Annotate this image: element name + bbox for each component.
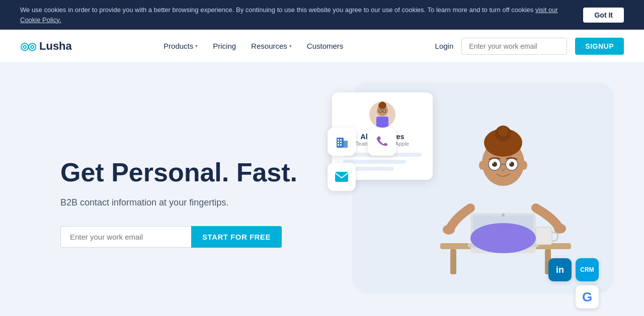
building-icon-float (328, 128, 356, 156)
integration-row-2: G (576, 285, 599, 308)
svg-point-27 (443, 225, 455, 235)
svg-rect-3 (376, 117, 388, 128)
email-icon-float (328, 163, 356, 191)
nav-products[interactable]: Products ▾ (164, 42, 198, 50)
svg-point-2 (380, 101, 385, 107)
svg-point-41 (492, 162, 494, 164)
signup-button[interactable]: SIGNUP (575, 38, 624, 55)
svg-rect-15 (335, 172, 348, 182)
svg-point-21 (502, 214, 505, 217)
main-nav: Products ▾ Pricing Resources ▾ Customers (164, 42, 343, 50)
hero-section: Get Personal. Fast. B2B contact informat… (0, 62, 644, 316)
chevron-down-icon: ▾ (289, 43, 292, 49)
svg-point-26 (470, 223, 536, 253)
hero-right: Albert Torres Team Manager, Apple (317, 82, 604, 313)
header-right: Login SIGNUP (435, 38, 624, 55)
logo-icon: ◎◎ (20, 40, 35, 52)
logo[interactable]: ◎◎ Lusha (20, 40, 72, 53)
nav-pricing[interactable]: Pricing (213, 42, 236, 50)
svg-rect-9 (338, 139, 339, 141)
cookie-text: We use cookies in order to provide you w… (20, 5, 568, 25)
phone-icon-float (368, 128, 396, 156)
svg-rect-25 (536, 227, 552, 245)
svg-rect-11 (338, 142, 339, 143)
hero-email-input[interactable] (60, 226, 191, 248)
nav-customers[interactable]: Customers (307, 42, 344, 50)
chevron-down-icon: ▾ (195, 43, 198, 49)
svg-point-35 (521, 161, 527, 170)
svg-point-28 (554, 224, 566, 234)
integration-icons: in CRM G (548, 258, 599, 308)
svg-rect-14 (340, 144, 342, 146)
avatar (369, 101, 395, 128)
cookie-banner: We use cookies in order to provide you w… (0, 0, 644, 30)
svg-rect-13 (338, 144, 339, 146)
hero-title: Get Personal. Fast. (60, 158, 297, 187)
svg-rect-12 (340, 142, 342, 143)
svg-rect-8 (344, 141, 348, 148)
hero-subtitle: B2B contact information at your fingerti… (60, 197, 297, 208)
linkedin-icon: in (548, 258, 572, 281)
cookie-got-it-button[interactable]: Got It (583, 8, 624, 23)
crm-icon: CRM (576, 258, 599, 281)
svg-point-42 (509, 162, 511, 164)
svg-point-33 (498, 127, 508, 137)
hero-form: START FOR FREE (60, 226, 297, 248)
start-for-free-button[interactable]: START FOR FREE (191, 226, 282, 248)
svg-point-34 (479, 161, 485, 170)
svg-rect-17 (450, 249, 456, 274)
nav-resources[interactable]: Resources ▾ (251, 42, 292, 50)
google-icon: G (576, 285, 599, 308)
login-link[interactable]: Login (435, 42, 454, 50)
hero-left: Get Personal. Fast. B2B contact informat… (60, 148, 297, 247)
svg-rect-10 (340, 139, 342, 141)
header: ◎◎ Lusha Products ▾ Pricing Resources ▾ … (0, 30, 644, 62)
avatar-illustration (369, 101, 395, 128)
logo-text: Lusha (39, 40, 72, 53)
header-email-input[interactable] (461, 38, 567, 55)
integration-row-1: in CRM (548, 258, 599, 281)
